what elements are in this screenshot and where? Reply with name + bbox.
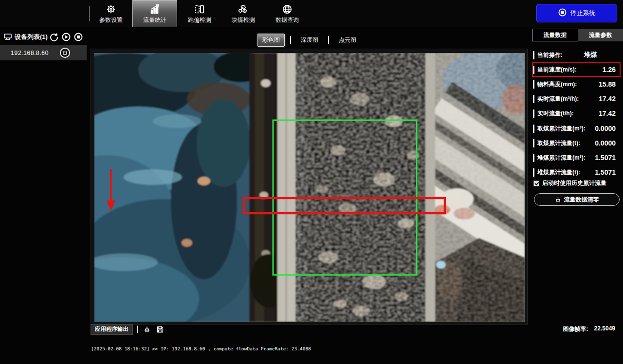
- stop-icon: [558, 8, 567, 18]
- row-value: 1.5071: [595, 154, 616, 162]
- row-label: 实时流量(t/h):: [533, 109, 574, 118]
- row-label: 堆煤累计流量(m³):: [533, 154, 586, 162]
- device-icon: [4, 34, 12, 40]
- start-all-icon[interactable]: [62, 33, 71, 41]
- stop-all-icon[interactable]: [74, 33, 83, 41]
- tab-flow-params[interactable]: 流量参数: [578, 29, 623, 41]
- clear-log-button[interactable]: [143, 326, 151, 333]
- row-value: 0.0000: [595, 125, 616, 132]
- application-log[interactable]: [2025-02-08 18:16:32] >> IP: 192.168.8.6…: [91, 334, 622, 364]
- camera-viewer-frame: [91, 49, 528, 325]
- history-flow-checkbox-row[interactable]: 启动时使用历史累计流量: [533, 179, 606, 187]
- toolbar-item-label: 流量统计: [143, 16, 166, 24]
- toolbar-item-label: 块煤检测: [232, 16, 255, 24]
- tab-depth-image[interactable]: 深度图: [296, 34, 323, 46]
- clear-flow-data-button[interactable]: 流量数据清零: [534, 193, 620, 206]
- data-row-stack-m3: 堆煤累计流量(m³): 1.5071: [533, 152, 621, 164]
- app-window: 参数设置 流量统计 跑偏检测: [0, 0, 623, 364]
- device-ip: 192.168.8.60: [11, 50, 49, 56]
- data-row-flow-th: 实时流量(t/h): 17.42: [533, 108, 621, 119]
- image-view-tabs: 彩色图 深度图 点云图: [91, 34, 528, 46]
- toolbar-item-label: 参数设置: [99, 16, 123, 24]
- data-row-flow-m3h: 实时流量(m³/h): 17.42: [533, 93, 621, 105]
- row-label: 取煤累计流量(m³):: [533, 125, 586, 133]
- device-list-header: 设备列表(1): [0, 29, 87, 45]
- application-output-bar: 应用程序输出: [91, 325, 528, 334]
- toolbar-item-data-query[interactable]: 数据查询: [265, 0, 310, 27]
- framerate-value: 22.5049: [594, 325, 615, 333]
- history-flow-checkbox[interactable]: [533, 181, 539, 186]
- row-label: 取煤累计流量(t):: [533, 139, 580, 147]
- flow-chart-icon: [149, 3, 161, 15]
- refresh-icon[interactable]: [50, 33, 58, 41]
- stop-button-label: 停止系统: [570, 9, 596, 18]
- coal-lumps-icon: [238, 3, 249, 15]
- row-value: 17.42: [599, 95, 616, 103]
- save-icon: [157, 326, 164, 333]
- framerate-label: 图像帧率:: [563, 325, 588, 333]
- row-value: 17.42: [599, 109, 616, 117]
- toolbar-item-flow-statistics[interactable]: 流量统计: [132, 0, 177, 27]
- conveyor-camera-image[interactable]: [94, 53, 525, 322]
- current-operation-label: 当前操作:: [533, 51, 563, 59]
- tab-color-image[interactable]: 彩色图: [257, 34, 285, 47]
- toolbar-item-coal-detect[interactable]: 块煤检测: [221, 0, 266, 27]
- tab-separator: [328, 36, 329, 44]
- tab-separator: [290, 36, 291, 44]
- row-value: 0.0000: [595, 139, 616, 147]
- device-list-title: 设备列表(1): [15, 33, 48, 41]
- row-value: 15.88: [599, 80, 616, 88]
- belt-deviation-icon: [194, 3, 205, 15]
- history-flow-checkbox-label: 启动时使用历史累计流量: [542, 179, 606, 187]
- image-framerate: 图像帧率: 22.5049: [563, 325, 615, 333]
- top-toolbar: 参数设置 流量统计 跑偏检测: [0, 0, 623, 27]
- data-row-take-t: 取煤累计流量(t): 0.0000: [533, 137, 621, 149]
- application-output-tab[interactable]: 应用程序输出: [91, 324, 133, 335]
- device-list-controls: [50, 33, 83, 41]
- broom-icon: [555, 197, 561, 203]
- row-label: 实时流量(m³/h):: [533, 95, 579, 103]
- row-value: 1.26: [603, 66, 616, 73]
- data-row-take-m3: 取煤累计流量(m³): 0.0000: [533, 123, 621, 134]
- stop-system-button[interactable]: 停止系统: [536, 4, 617, 22]
- toolbar-item-parameter-settings[interactable]: 参数设置: [89, 0, 133, 27]
- toolbar-item-label: 数据查询: [275, 16, 299, 24]
- power-icon: [62, 50, 68, 55]
- clear-button-label: 流量数据清零: [564, 196, 599, 204]
- right-panel-tabs: 流量数据 流量参数: [532, 29, 623, 41]
- data-row-height: 物料高度(mm): 15.88: [533, 78, 621, 90]
- globe-icon: [281, 3, 293, 15]
- save-log-button[interactable]: [156, 326, 165, 333]
- toolbar-item-label: 跑偏检测: [188, 16, 211, 24]
- data-row-speed: 当前速度(m/s): 1.26: [533, 64, 621, 75]
- log-line: [2025-02-08 18:16:32] >> IP: 192.168.8.6…: [91, 346, 622, 352]
- gear-icon: [105, 3, 117, 15]
- current-operation-value: 堆煤: [584, 51, 597, 59]
- tab-pointcloud-image[interactable]: 点云图: [334, 34, 361, 46]
- data-row-stack-t: 堆煤累计流量(t): 1.5071: [533, 166, 621, 178]
- device-list-item[interactable]: 192.168.8.60: [0, 45, 87, 60]
- device-power-button[interactable]: [60, 48, 70, 58]
- toolbar-item-deviation-detect[interactable]: 跑偏检测: [177, 0, 222, 27]
- row-label: 当前速度(m/s):: [533, 66, 577, 74]
- output-bar-separator: [137, 326, 138, 333]
- tab-flow-data[interactable]: 流量数据: [532, 29, 578, 41]
- row-label: 物料高度(mm):: [533, 80, 577, 89]
- row-label: 堆煤累计流量(t):: [533, 168, 580, 177]
- broom-icon: [144, 326, 150, 333]
- row-value: 1.5071: [595, 168, 616, 176]
- current-operation-row: 当前操作: 堆煤: [533, 49, 621, 61]
